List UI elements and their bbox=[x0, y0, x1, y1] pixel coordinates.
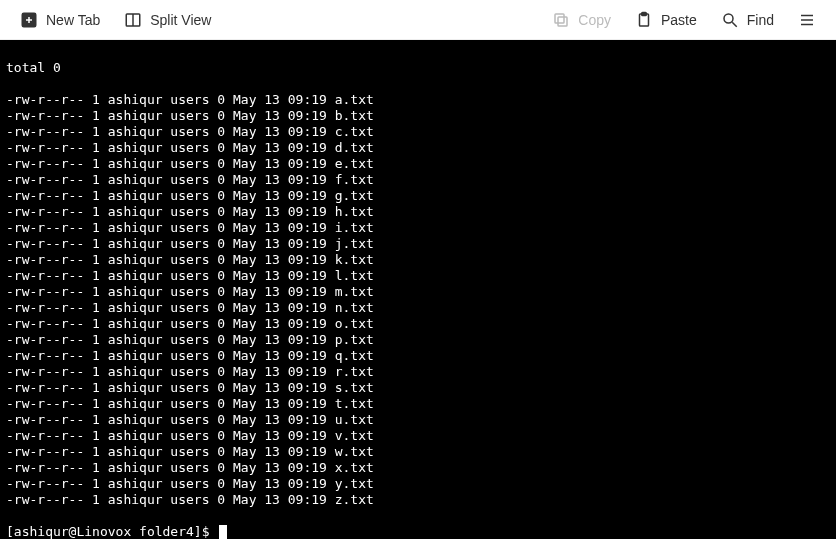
ls-row: -rw-r--r-- 1 ashiqur users 0 May 13 09:1… bbox=[6, 124, 830, 140]
ls-row: -rw-r--r-- 1 ashiqur users 0 May 13 09:1… bbox=[6, 476, 830, 492]
copy-button: Copy bbox=[544, 7, 619, 33]
ls-row: -rw-r--r-- 1 ashiqur users 0 May 13 09:1… bbox=[6, 428, 830, 444]
ls-row: -rw-r--r-- 1 ashiqur users 0 May 13 09:1… bbox=[6, 108, 830, 124]
ls-row: -rw-r--r-- 1 ashiqur users 0 May 13 09:1… bbox=[6, 188, 830, 204]
prompt-line: [ashiqur@Linovox folder4]$ bbox=[6, 524, 830, 539]
svg-point-7 bbox=[724, 14, 733, 23]
ls-row: -rw-r--r-- 1 ashiqur users 0 May 13 09:1… bbox=[6, 412, 830, 428]
paste-label: Paste bbox=[661, 12, 697, 28]
find-button[interactable]: Find bbox=[713, 7, 782, 33]
total-line: total 0 bbox=[6, 60, 830, 76]
ls-row: -rw-r--r-- 1 ashiqur users 0 May 13 09:1… bbox=[6, 92, 830, 108]
ls-row: -rw-r--r-- 1 ashiqur users 0 May 13 09:1… bbox=[6, 220, 830, 236]
new-tab-button[interactable]: New Tab bbox=[12, 7, 108, 33]
copy-label: Copy bbox=[578, 12, 611, 28]
ls-row: -rw-r--r-- 1 ashiqur users 0 May 13 09:1… bbox=[6, 172, 830, 188]
svg-rect-4 bbox=[555, 14, 564, 23]
split-view-icon bbox=[124, 11, 142, 29]
new-tab-label: New Tab bbox=[46, 12, 100, 28]
new-tab-icon bbox=[20, 11, 38, 29]
search-icon bbox=[721, 11, 739, 29]
ls-row: -rw-r--r-- 1 ashiqur users 0 May 13 09:1… bbox=[6, 156, 830, 172]
split-view-label: Split View bbox=[150, 12, 211, 28]
ls-row: -rw-r--r-- 1 ashiqur users 0 May 13 09:1… bbox=[6, 252, 830, 268]
ls-row: -rw-r--r-- 1 ashiqur users 0 May 13 09:1… bbox=[6, 284, 830, 300]
svg-rect-3 bbox=[558, 17, 567, 26]
menu-button[interactable] bbox=[790, 7, 824, 33]
ls-row: -rw-r--r-- 1 ashiqur users 0 May 13 09:1… bbox=[6, 204, 830, 220]
ls-row: -rw-r--r-- 1 ashiqur users 0 May 13 09:1… bbox=[6, 300, 830, 316]
svg-line-8 bbox=[732, 22, 737, 27]
cursor bbox=[219, 525, 227, 539]
toolbar: New Tab Split View Copy Paste Find bbox=[0, 0, 836, 40]
find-label: Find bbox=[747, 12, 774, 28]
terminal-output[interactable]: total 0 -rw-r--r-- 1 ashiqur users 0 May… bbox=[0, 40, 836, 539]
paste-button[interactable]: Paste bbox=[627, 7, 705, 33]
ls-row: -rw-r--r-- 1 ashiqur users 0 May 13 09:1… bbox=[6, 444, 830, 460]
ls-row: -rw-r--r-- 1 ashiqur users 0 May 13 09:1… bbox=[6, 460, 830, 476]
ls-row: -rw-r--r-- 1 ashiqur users 0 May 13 09:1… bbox=[6, 348, 830, 364]
copy-icon bbox=[552, 11, 570, 29]
prompt-text: [ashiqur@Linovox folder4]$ bbox=[6, 524, 217, 539]
ls-row: -rw-r--r-- 1 ashiqur users 0 May 13 09:1… bbox=[6, 316, 830, 332]
ls-row: -rw-r--r-- 1 ashiqur users 0 May 13 09:1… bbox=[6, 332, 830, 348]
ls-row: -rw-r--r-- 1 ashiqur users 0 May 13 09:1… bbox=[6, 380, 830, 396]
ls-row: -rw-r--r-- 1 ashiqur users 0 May 13 09:1… bbox=[6, 492, 830, 508]
ls-row: -rw-r--r-- 1 ashiqur users 0 May 13 09:1… bbox=[6, 268, 830, 284]
paste-icon bbox=[635, 11, 653, 29]
ls-row: -rw-r--r-- 1 ashiqur users 0 May 13 09:1… bbox=[6, 140, 830, 156]
split-view-button[interactable]: Split View bbox=[116, 7, 219, 33]
ls-row: -rw-r--r-- 1 ashiqur users 0 May 13 09:1… bbox=[6, 236, 830, 252]
ls-row: -rw-r--r-- 1 ashiqur users 0 May 13 09:1… bbox=[6, 396, 830, 412]
svg-rect-6 bbox=[642, 12, 647, 15]
ls-row: -rw-r--r-- 1 ashiqur users 0 May 13 09:1… bbox=[6, 364, 830, 380]
hamburger-icon bbox=[798, 11, 816, 29]
